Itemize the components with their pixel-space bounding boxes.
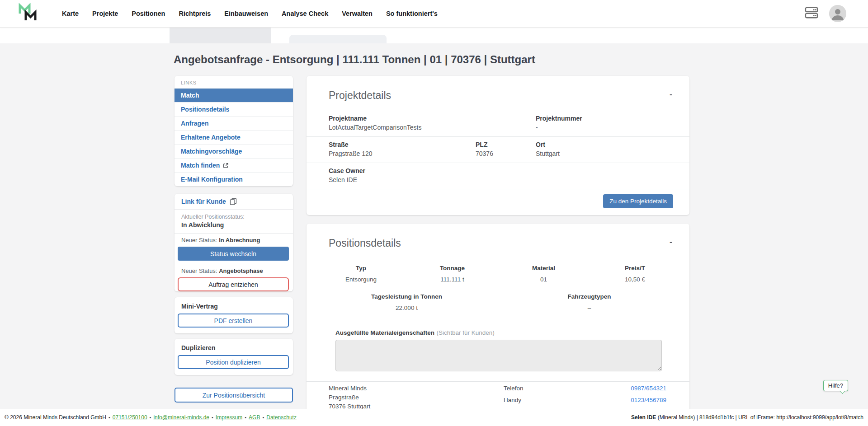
customer-link[interactable]: Link für Kunde [181, 198, 226, 205]
contact-address: Mineral Minds Pragstraße 70376 Stuttgart [329, 385, 370, 412]
field-label: Straße [329, 141, 476, 148]
material-properties-textarea[interactable] [335, 340, 662, 371]
stat-value: 10,50 € [590, 276, 681, 283]
position-details-card: Positionsdetails - Typ Entsorgung Tonnag… [307, 224, 689, 426]
project-field: Projektnummer - [536, 115, 673, 131]
session-user: Selen IDE [631, 414, 656, 421]
phone-link[interactable]: 0987/654321 [631, 385, 666, 392]
collapse-icon[interactable]: - [670, 240, 672, 244]
sidebar-link-label: Match finden [181, 162, 220, 169]
session-details: (Mineral Minds) | 818d94d1b1fc | URL of … [656, 414, 863, 421]
field-value: 70376 [476, 150, 536, 157]
footer-link-item: info@mineral-minds.de [147, 414, 209, 421]
next-status-value: In Abrechnung [219, 237, 260, 243]
next-status-label: Neuer Status: [181, 237, 217, 243]
collapse-icon[interactable]: - [670, 92, 672, 97]
stat-label: Tagesleistung in Tonnen [316, 293, 498, 300]
nav-item[interactable]: Verwalten [335, 0, 379, 27]
copyright-text: © 2026 Mineral Minds Deutschland GmbH [5, 414, 106, 421]
stat-field: Tagesleistung in Tonnen 22.000 t [316, 293, 498, 311]
position-details-title: Positionsdetails [329, 237, 401, 249]
sidebar-link[interactable]: Erhaltene Angebote [175, 130, 293, 144]
footer-link-item: AGB [242, 414, 260, 421]
position-stats-row-1: Typ Entsorgung Tonnage 111.111 t Materia… [316, 265, 681, 283]
stat-value: 01 [498, 276, 590, 283]
footer: © 2026 Mineral Minds Deutschland GmbH 07… [0, 409, 868, 426]
stat-field: Fahrzeugtypen – [498, 293, 681, 311]
sidebar-link-label: Positionsdetails [181, 106, 229, 113]
field-label: Ort [536, 141, 673, 148]
session-info: Selen IDE (Mineral Minds) | 818d94d1b1fc… [631, 414, 863, 421]
footer-link[interactable]: Datenschutz [266, 414, 297, 421]
nav-item[interactable]: Positionen [125, 0, 172, 27]
sidebar-link[interactable]: Positionsdetails [175, 102, 293, 116]
next-status-line: Neuer Status: Angebotsphase [175, 264, 293, 277]
duplicate-position-button[interactable]: Position duplizieren [178, 355, 289, 369]
contact-row: Handy0123/456789 [504, 397, 666, 403]
mini-contract-card: Mini-Vertrag PDF erstellen [175, 297, 293, 333]
top-navbar: KarteProjektePositionenRichtpreisEinbauw… [0, 0, 868, 27]
stat-value: 111.111 t [407, 276, 498, 283]
nav-item[interactable]: Einbauweisen [217, 0, 275, 27]
mineral-minds-logo[interactable] [18, 3, 38, 24]
sidebar-link[interactable]: E-Mail Konfiguration [175, 172, 293, 186]
footer-link[interactable]: AGB [249, 414, 260, 421]
field-value: Stuttgart [536, 150, 673, 157]
current-status-label: Aktueller Positionsstatus: [181, 214, 286, 220]
project-details-card: Projektdetails - Projektname LotActualTa… [307, 76, 689, 215]
sidebar-link[interactable]: Match [175, 88, 293, 102]
sidebar: LINKS Match Positionsdetails Anfragen [175, 76, 293, 403]
field-label: PLZ [476, 141, 536, 148]
withdraw-order-button[interactable]: Auftrag entziehen [178, 277, 289, 291]
main-content: Projektdetails - Projektname LotActualTa… [307, 76, 689, 426]
position-overview-button[interactable]: Zur Positionsübersicht [175, 388, 293, 403]
nav-item[interactable]: Projekte [85, 0, 125, 27]
status-card: Link für Kunde Aktueller Positionsstatus… [175, 194, 293, 291]
user-avatar-icon[interactable] [829, 5, 846, 22]
contact-company: Mineral Minds [329, 385, 370, 392]
links-card: LINKS Match Positionsdetails Anfragen [175, 76, 293, 186]
stat-label: Material [498, 265, 590, 272]
nav-item[interactable]: Richtpreis [172, 0, 217, 27]
customer-link-row: Link für Kunde [175, 194, 293, 210]
footer-left: © 2026 Mineral Minds Deutschland GmbH 07… [5, 414, 297, 421]
nav-item[interactable]: Analyse Check [275, 0, 335, 27]
footer-link[interactable]: 07151/250100 [113, 414, 147, 421]
links-card-header: LINKS [175, 76, 293, 88]
server-icon[interactable] [805, 6, 818, 21]
project-details-title: Projektdetails [329, 89, 391, 102]
project-field: PLZ 70376 [476, 141, 536, 157]
footer-link[interactable]: info@mineral-minds.de [153, 414, 209, 421]
field-value: Pragstraße 120 [329, 150, 476, 157]
stat-value: 22.000 t [316, 304, 498, 311]
scrolled-content-block [170, 27, 271, 43]
sidebar-link[interactable]: Match finden [175, 158, 293, 172]
footer-link[interactable]: Impressum [216, 414, 242, 421]
go-to-project-details-button[interactable]: Zu den Projektdetails [603, 194, 673, 208]
main-nav: KarteProjektePositionenRichtpreisEinbauw… [55, 0, 444, 27]
navbar-right [805, 5, 846, 22]
stat-field: Typ Entsorgung [316, 265, 407, 283]
nav-item[interactable]: So funktioniert's [379, 0, 444, 27]
copy-icon[interactable] [230, 198, 237, 205]
change-status-button[interactable]: Status wechseln [178, 247, 289, 261]
project-field: Projektname LotActualTargetComparisonTes… [329, 115, 476, 131]
external-link-icon [223, 163, 229, 169]
project-field: Case Owner Selen IDE [329, 167, 476, 183]
next-status-line: Neuer Status: In Abrechnung [175, 234, 293, 247]
mobile-link[interactable]: 0123/456789 [631, 397, 666, 403]
sidebar-link[interactable]: Anfragen [175, 116, 293, 130]
stat-value: – [498, 304, 681, 311]
contact-numbers: Telefon0987/654321 Handy0123/456789 [504, 385, 666, 412]
stat-value: Entsorgung [316, 276, 407, 283]
current-status-value: In Abwicklung [181, 221, 286, 229]
sidebar-link[interactable]: Matchingvorschläge [175, 144, 293, 158]
help-bubble[interactable]: Hilfe? [823, 380, 848, 391]
mini-contract-title: Mini-Vertrag [175, 297, 293, 314]
sidebar-link-label: Erhaltene Angebote [181, 134, 241, 141]
material-properties-label-row: Ausgefüllte Materialeigenschaften (Sicht… [335, 328, 667, 337]
project-field: Straße Pragstraße 120 [329, 141, 476, 157]
field-value: Selen IDE [329, 176, 476, 183]
nav-item[interactable]: Karte [55, 0, 85, 27]
create-pdf-button[interactable]: PDF erstellen [178, 314, 289, 328]
